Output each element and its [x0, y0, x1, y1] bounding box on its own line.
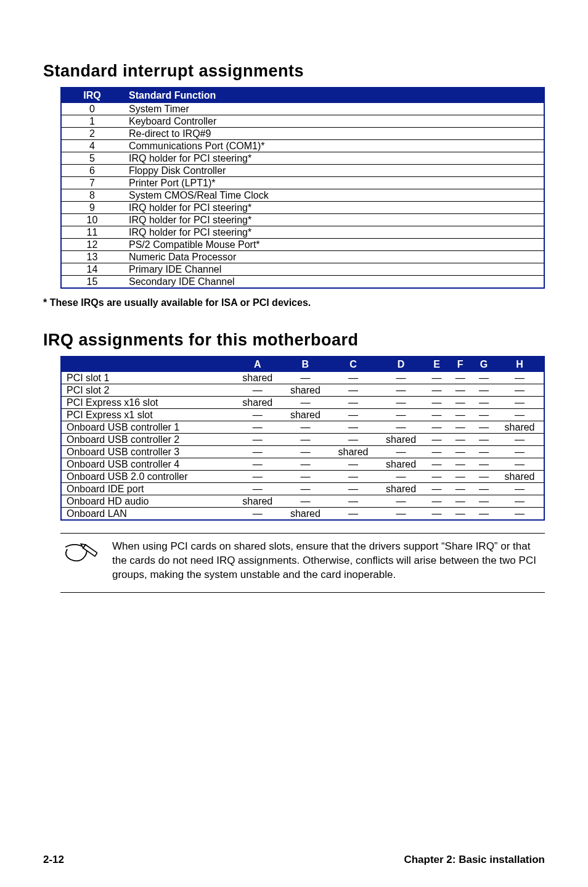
table-cell: shared: [377, 434, 425, 446]
table-header-cell: A: [234, 357, 282, 372]
irq-footnote: * These IRQs are usually available for I…: [43, 297, 545, 308]
table-cell: —: [425, 446, 448, 458]
table-cell: Onboard LAN: [61, 508, 234, 521]
table-cell: —: [449, 458, 472, 471]
table-cell: shared: [377, 483, 425, 495]
table-cell: 7: [61, 177, 123, 189]
table-cell: —: [496, 409, 544, 421]
table-cell: —: [425, 471, 448, 483]
table-header-cell: B: [282, 357, 330, 372]
table-cell: —: [425, 458, 448, 471]
table-row: Onboard HD audioshared———————: [61, 495, 544, 508]
table-row: PCI slot 1shared———————: [61, 372, 544, 384]
table-row: 0System Timer: [61, 103, 544, 115]
table-cell: —: [449, 471, 472, 483]
svg-rect-0: [83, 545, 97, 556]
table-cell: —: [449, 495, 472, 508]
table-header-cell: [61, 357, 234, 372]
table-cell: shared: [282, 409, 330, 421]
table-row: 7Printer Port (LPT1)*: [61, 177, 544, 189]
table-cell: Keyboard Controller: [123, 115, 544, 128]
section1-title: Standard interrupt assignments: [43, 62, 545, 81]
table-cell: —: [329, 421, 377, 434]
table-cell: —: [377, 508, 425, 521]
table-cell: —: [472, 446, 496, 458]
irq-table: IRQ Standard Function 0System Timer1Keyb…: [60, 87, 545, 289]
table-cell: —: [496, 483, 544, 495]
table-cell: —: [377, 372, 425, 384]
table-cell: Primary IDE Channel: [123, 263, 544, 276]
table-cell: —: [449, 384, 472, 397]
table-cell: shared: [234, 372, 282, 384]
table-cell: —: [449, 372, 472, 384]
table-cell: —: [425, 384, 448, 397]
table-cell: —: [425, 397, 448, 409]
table-cell: 8: [61, 189, 123, 202]
table-row: 14Primary IDE Channel: [61, 263, 544, 276]
table-cell: —: [449, 483, 472, 495]
table-cell: —: [496, 397, 544, 409]
table-cell: —: [329, 409, 377, 421]
table-cell: —: [234, 508, 282, 521]
table-cell: —: [472, 458, 496, 471]
table-header-cell: H: [496, 357, 544, 372]
table-cell: —: [329, 508, 377, 521]
table-cell: 1: [61, 115, 123, 128]
table-cell: —: [234, 446, 282, 458]
table-cell: 9: [61, 202, 123, 214]
table-cell: —: [472, 384, 496, 397]
table-cell: —: [282, 421, 330, 434]
table-cell: —: [329, 372, 377, 384]
section2-title: IRQ assignments for this motherboard: [43, 331, 545, 350]
table-cell: 11: [61, 226, 123, 239]
table-cell: —: [496, 508, 544, 521]
table-cell: —: [234, 434, 282, 446]
table-cell: —: [282, 495, 330, 508]
table-cell: 10: [61, 214, 123, 226]
table-row: 12PS/2 Compatible Mouse Port*: [61, 239, 544, 251]
table-cell: PCI Express x1 slot: [61, 409, 234, 421]
table-cell: —: [472, 397, 496, 409]
table-cell: Onboard USB controller 2: [61, 434, 234, 446]
table-cell: Onboard USB controller 1: [61, 421, 234, 434]
table-cell: —: [282, 483, 330, 495]
pencil-note-icon: [64, 540, 97, 568]
table-cell: Onboard USB controller 3: [61, 446, 234, 458]
table-cell: —: [449, 508, 472, 521]
table-cell: shared: [329, 446, 377, 458]
table-cell: Onboard HD audio: [61, 495, 234, 508]
table-cell: PCI slot 1: [61, 372, 234, 384]
table-header-cell: F: [449, 357, 472, 372]
table-cell: —: [329, 495, 377, 508]
table-cell: —: [425, 434, 448, 446]
table-cell: Communications Port (COM1)*: [123, 140, 544, 152]
table-row: 5IRQ holder for PCI steering*: [61, 152, 544, 165]
table-cell: —: [449, 397, 472, 409]
table-header-cell: E: [425, 357, 448, 372]
table-cell: —: [472, 421, 496, 434]
table-cell: PCI slot 2: [61, 384, 234, 397]
table-cell: PCI Express x16 slot: [61, 397, 234, 409]
table-cell: —: [496, 458, 544, 471]
table-row: 9IRQ holder for PCI steering*: [61, 202, 544, 214]
irq-header-1: Standard Function: [123, 88, 544, 103]
table-cell: —: [472, 508, 496, 521]
table-cell: 13: [61, 251, 123, 263]
table-cell: 0: [61, 103, 123, 115]
table-cell: —: [234, 384, 282, 397]
table-cell: Onboard IDE port: [61, 483, 234, 495]
table-row: Onboard USB controller 1———————shared: [61, 421, 544, 434]
table-cell: shared: [282, 384, 330, 397]
table-cell: —: [425, 421, 448, 434]
table-cell: shared: [496, 471, 544, 483]
table-cell: —: [377, 384, 425, 397]
table-header-cell: C: [329, 357, 377, 372]
table-cell: 15: [61, 276, 123, 289]
table-cell: —: [282, 446, 330, 458]
table-cell: —: [496, 372, 544, 384]
table-cell: 12: [61, 239, 123, 251]
irq-header-0: IRQ: [61, 88, 123, 103]
table-row: Onboard IDE port———shared————: [61, 483, 544, 495]
table-cell: —: [472, 483, 496, 495]
table-cell: —: [496, 495, 544, 508]
